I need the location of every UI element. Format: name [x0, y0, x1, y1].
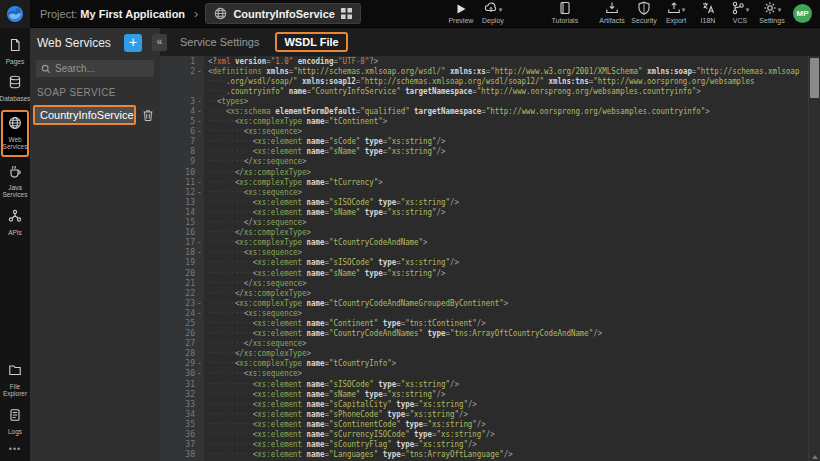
code-line[interactable]: ··········<xs:element name="Continent" t…	[208, 318, 808, 328]
fold-marker-icon[interactable]: -	[195, 127, 204, 136]
scrollbar-thumb[interactable]	[810, 58, 819, 98]
service-item-countryinfoservice[interactable]: CountryInfoService	[33, 105, 136, 125]
fold-marker-icon[interactable]: -	[195, 369, 204, 378]
sidebar-item-logs[interactable]: Logs	[0, 403, 30, 440]
tab-service-settings[interactable]: Service Settings	[180, 36, 259, 48]
code-line[interactable]: ··········<xs:element name="Languages" t…	[208, 450, 808, 460]
sidebar-item-apis[interactable]: APIs	[0, 204, 30, 241]
code-line[interactable]: ········<xs:sequence>	[208, 248, 808, 258]
code-line[interactable]: ··········<xs:element name="sISOCode" ty…	[208, 197, 808, 207]
fold-marker-icon[interactable]: -	[195, 117, 204, 126]
code-line[interactable]: ········<xs:sequence>	[208, 127, 808, 137]
grid-icon[interactable]	[341, 8, 352, 19]
i18n-button[interactable]: I18N	[692, 3, 724, 24]
preview-icon	[455, 1, 467, 19]
code-line[interactable]: ··········<xs:element name="sPhoneCode" …	[208, 409, 808, 419]
line-number: 26	[160, 329, 204, 339]
fold-marker-icon[interactable]: -	[195, 178, 204, 187]
sidebar-item-file-explorer[interactable]: File Explorer	[0, 358, 30, 403]
code-line[interactable]: ······<xs:complexType name="tCountryCode…	[208, 298, 808, 308]
more-options-button[interactable]: •••	[9, 440, 21, 461]
panel-collapse-button[interactable]: «	[152, 34, 167, 51]
code-line[interactable]: ······<xs:complexType name="tCurrency">	[208, 177, 808, 187]
code-line[interactable]: ··········<xs:element name="sISOCode" ty…	[208, 258, 808, 268]
line-number: 7	[160, 137, 204, 147]
code-line[interactable]: <?xml version="1.0" encoding="UTF-8"?>	[208, 56, 808, 66]
export-button[interactable]: ▾Export	[660, 3, 692, 24]
scrollbar-arrow-icon[interactable]	[812, 455, 818, 459]
databases-icon	[8, 75, 22, 93]
chevron-down-icon: ▾	[499, 6, 503, 14]
code-line[interactable]: ······</xs:complexType>	[208, 228, 808, 238]
avatar[interactable]: MP	[793, 4, 812, 23]
code-line[interactable]: ········</xs:sequence>	[208, 339, 808, 349]
document-tab-countryinfoservice[interactable]: CountryInfoService	[205, 3, 360, 24]
code-line[interactable]: ········</xs:sequence>	[208, 218, 808, 228]
line-number: 8	[160, 147, 204, 157]
preview-button[interactable]: Preview	[445, 3, 477, 24]
code-line[interactable]: ··········<xs:element name="sCountryFlag…	[208, 440, 808, 450]
code-line[interactable]: ······<xs:complexType name="tContinent">	[208, 117, 808, 127]
code-line[interactable]: ········</xs:sequence>	[208, 278, 808, 288]
code-line[interactable]: ······<xs:complexType name="tCountryCode…	[208, 238, 808, 248]
code-line[interactable]: ····.countryinfo" name="CountryInfoServi…	[208, 86, 808, 96]
fold-marker-icon[interactable]: -	[195, 97, 204, 106]
service-search-input[interactable]: Search...	[36, 60, 154, 77]
app-logo[interactable]	[0, 0, 30, 28]
code-line[interactable]: ········<xs:sequence>	[208, 308, 808, 318]
code-line[interactable]: ··········<xs:element name="sName" type=…	[208, 147, 808, 157]
code-line[interactable]: ··········<xs:element name="sName" type=…	[208, 389, 808, 399]
code-line[interactable]: ····.org/wsdl/soap/" xmlns:soap12="http:…	[208, 76, 808, 86]
line-number: 20	[160, 268, 204, 278]
code-line[interactable]: ······</xs:complexType>	[208, 288, 808, 298]
fold-marker-icon[interactable]: -	[195, 309, 204, 318]
code-line[interactable]: ····<xs:schema elementFormDefault="quali…	[208, 106, 808, 116]
code-line[interactable]: ········</xs:sequence>	[208, 157, 808, 167]
fold-marker-icon[interactable]: -	[195, 188, 204, 197]
code-line[interactable]: ··········<xs:element name="sName" type=…	[208, 268, 808, 278]
wsdl-editor[interactable]: 12-3-4-5-6-7891011-12-1314151617-18-1920…	[160, 56, 820, 461]
code-line[interactable]: ··········<xs:element name="sCurrencyISO…	[208, 429, 808, 439]
code-line[interactable]: ··········<xs:element name="sISOCode" ty…	[208, 379, 808, 389]
code-line[interactable]: ··<types>	[208, 96, 808, 106]
fold-marker-icon[interactable]: -	[195, 248, 204, 257]
fold-marker-icon[interactable]: -	[195, 67, 204, 76]
line-number: 34	[160, 409, 204, 419]
vcs-button[interactable]: ▾VCS	[724, 3, 756, 24]
code-line[interactable]: ··········<xs:element name="sCode" type=…	[208, 137, 808, 147]
sidebar-item-java-services[interactable]: Java Services	[0, 159, 30, 204]
project-breadcrumb: Project: My First Application	[40, 8, 185, 20]
editor-code-area[interactable]: <?xml version="1.0" encoding="UTF-8"?><d…	[204, 56, 808, 461]
tab-wsdl-file[interactable]: WSDL File	[275, 32, 347, 52]
fold-marker-icon[interactable]: -	[195, 107, 204, 116]
code-line[interactable]: ········<xs:sequence>	[208, 369, 808, 379]
sidebar-item-pages[interactable]: Pages	[0, 33, 30, 70]
fold-marker-icon[interactable]: -	[195, 238, 204, 247]
security-button[interactable]: Security	[628, 3, 660, 24]
delete-service-icon[interactable]	[142, 109, 154, 122]
fold-marker-icon[interactable]: -	[195, 299, 204, 308]
line-number: 24-	[160, 308, 204, 318]
code-line[interactable]: <definitions xmlns="http://schemas.xmlso…	[208, 66, 808, 76]
deploy-label: Deploy	[482, 17, 504, 24]
code-line[interactable]: ··········<xs:element name="sName" type=…	[208, 207, 808, 217]
apis-label: APIs	[8, 229, 22, 236]
add-service-button[interactable]: +	[124, 34, 142, 52]
i18n-label: I18N	[701, 17, 716, 24]
editor-scrollbar[interactable]	[808, 56, 820, 461]
code-line[interactable]: ··········<xs:element name="CountryCodeA…	[208, 329, 808, 339]
code-line[interactable]: ······</xs:complexType>	[208, 349, 808, 359]
toolbar-right: ArtifactsSecurity▾ExportI18N▾VCS▾Setting…	[596, 3, 788, 24]
code-line[interactable]: ··········<xs:element name="sContinentCo…	[208, 419, 808, 429]
sidebar-item-web-services[interactable]: Web Services	[1, 110, 29, 157]
code-line[interactable]: ········<xs:sequence>	[208, 187, 808, 197]
code-line[interactable]: ······<xs:complexType name="tCountryInfo…	[208, 359, 808, 369]
artifacts-button[interactable]: Artifacts	[596, 3, 628, 24]
code-line[interactable]: ······</xs:complexType>	[208, 167, 808, 177]
settings-button[interactable]: ▾Settings	[756, 3, 788, 24]
tutorials-button[interactable]: Tutorials	[549, 3, 581, 24]
fold-marker-icon[interactable]: -	[195, 359, 204, 368]
code-line[interactable]: ··········<xs:element name="sCapitalCity…	[208, 399, 808, 409]
sidebar-item-databases[interactable]: Databases	[0, 70, 30, 107]
deploy-button[interactable]: ▾Deploy	[477, 3, 509, 24]
